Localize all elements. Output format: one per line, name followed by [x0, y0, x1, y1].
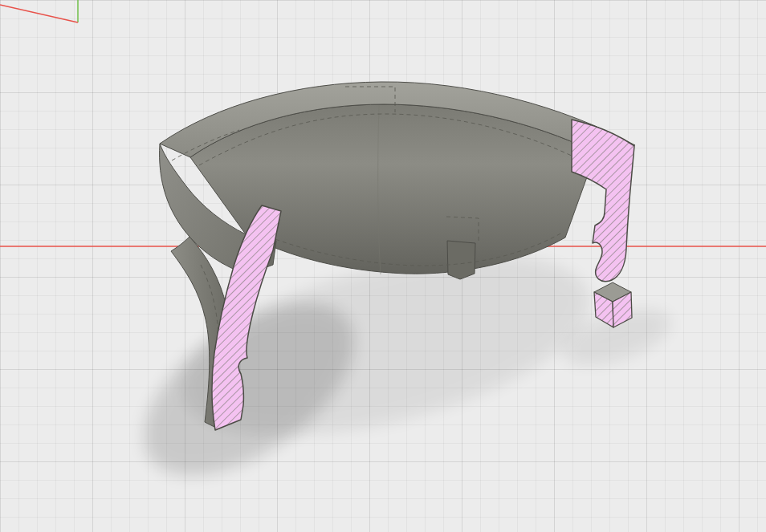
scene-svg [0, 0, 766, 532]
origin-axes [0, 0, 78, 22]
cad-viewport[interactable] [0, 0, 766, 532]
section-face-right[interactable] [572, 120, 634, 282]
x-axis-origin-line [0, 5, 78, 22]
model-bottom-tab[interactable] [447, 241, 475, 279]
